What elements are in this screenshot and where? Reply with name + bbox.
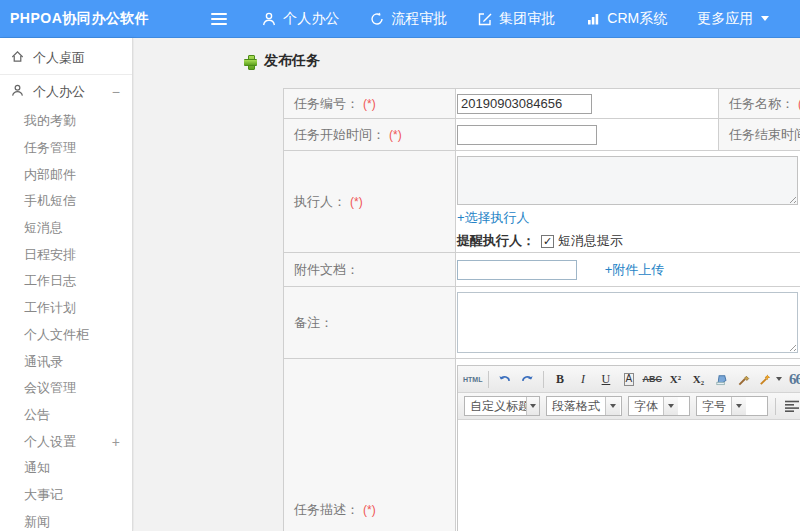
sidebar-item-task-management[interactable]: 任务管理 (0, 135, 132, 162)
description-label: 任务描述： (294, 502, 359, 517)
nav-label: 集团审批 (499, 10, 555, 28)
sms-remind-option: 短消息提示 (558, 232, 623, 250)
remark-textarea[interactable] (457, 292, 798, 353)
caret-down-icon (761, 16, 769, 21)
custom-heading-select[interactable]: 自定义标题 (464, 396, 540, 416)
nav-workflow-approval[interactable]: 流程审批 (369, 10, 447, 28)
editor-toolbar-row2: 自定义标题 段落格式 字体 字号 (458, 393, 800, 420)
sidebar-item-label: 个人办公 (33, 83, 85, 101)
user-icon (261, 11, 277, 27)
table-row: 任务描述：(*) HTML B I (284, 359, 800, 531)
editor-toolbar-row1: HTML B I U A ABC X² (458, 366, 800, 393)
sidebar: 个人桌面 个人办公 − 我的考勤 任务管理 内部邮件 手机短信 短消息 日程安排… (0, 38, 133, 531)
nav-label: CRM系统 (607, 10, 667, 28)
nav-label: 流程审批 (391, 10, 447, 28)
italic-button[interactable]: I (572, 369, 593, 390)
home-icon (10, 49, 25, 67)
caret-down-icon (731, 397, 746, 415)
sidebar-item-file-cabinet[interactable]: 个人文件柜 (0, 322, 132, 349)
table-row: 执行人：(*) +选择执行人 提醒执行人： ✓ 短消息提示 (284, 151, 800, 253)
menu-toggle-icon[interactable] (211, 13, 231, 25)
remark-label: 备注： (294, 315, 333, 330)
nav-label: 个人办公 (283, 10, 339, 28)
chart-icon (585, 11, 601, 27)
attachment-upload-link[interactable]: +附件上传 (605, 262, 665, 277)
sidebar-item-short-message[interactable]: 短消息 (0, 215, 132, 242)
choose-executor-link[interactable]: +选择执行人 (457, 210, 530, 225)
page-header: 发布任务 (244, 52, 320, 70)
font-size-select[interactable]: 字号 (696, 396, 768, 416)
format-brush-button[interactable] (734, 369, 755, 390)
undo-button[interactable] (494, 369, 515, 390)
nav-label: 更多应用 (697, 10, 753, 28)
table-row: 附件文档： +附件上传 (284, 253, 800, 287)
blockquote-button[interactable]: 66 (785, 369, 800, 390)
task-no-label: 任务编号： (294, 96, 359, 111)
eraser-button[interactable] (711, 369, 732, 390)
nav-group-approval[interactable]: 集团审批 (477, 10, 555, 28)
sidebar-item-desktop[interactable]: 个人桌面 (0, 42, 132, 74)
caret-down-icon (526, 397, 539, 415)
html-source-button[interactable]: HTML (462, 369, 483, 390)
end-time-label: 任务结束时间： (729, 127, 800, 142)
main-content: 发布任务 任务编号：(*) 任务名称：(*) 任务开始时间：(*) 任务结束时间… (134, 38, 800, 531)
publish-task-form: 任务编号：(*) 任务名称：(*) 任务开始时间：(*) 任务结束时间：(*) … (283, 88, 800, 531)
attachment-label: 附件文档： (294, 262, 359, 277)
nav-personal-office[interactable]: 个人办公 (261, 10, 339, 28)
underline-button[interactable]: U (595, 369, 616, 390)
executor-label: 执行人： (294, 194, 346, 209)
sidebar-item-meeting[interactable]: 会议管理 (0, 375, 132, 402)
paragraph-format-select[interactable]: 段落格式 (546, 396, 622, 416)
executor-textarea[interactable] (457, 156, 798, 205)
bold-button[interactable]: B (549, 369, 570, 390)
sidebar-item-events[interactable]: 大事记 (0, 482, 132, 509)
subscript-button[interactable]: X₂ (688, 369, 709, 390)
sidebar-item-contacts[interactable]: 通讯录 (0, 348, 132, 375)
user-icon (10, 83, 25, 101)
sidebar-item-announcement[interactable]: 公告 (0, 402, 132, 429)
sidebar-item-personal-office[interactable]: 个人办公 − (0, 76, 132, 108)
sidebar-item-work-log[interactable]: 工作日志 (0, 268, 132, 295)
sidebar-item-news[interactable]: 新闻 (0, 508, 132, 531)
redo-button[interactable] (517, 369, 538, 390)
collapse-icon[interactable]: − (112, 84, 120, 100)
task-name-label: 任务名称： (729, 96, 794, 111)
sidebar-item-notice[interactable]: 通知 (0, 455, 132, 482)
sidebar-item-internal-mail[interactable]: 内部邮件 (0, 161, 132, 188)
remind-label: 提醒执行人： (457, 232, 535, 250)
align-left-button[interactable] (781, 396, 800, 417)
start-time-input[interactable] (457, 125, 597, 145)
sidebar-item-personal-settings[interactable]: 个人设置 + (0, 428, 132, 455)
sms-remind-checkbox[interactable]: ✓ (541, 235, 554, 248)
page-title: 发布任务 (264, 52, 320, 70)
nav-more-apps[interactable]: 更多应用 (697, 10, 769, 28)
topbar: PHPOA协同办公软件 个人办公 流程审批 集团审批 CRM系统 (0, 0, 800, 38)
table-row: 任务编号：(*) 任务名称：(*) (284, 89, 800, 119)
sidebar-item-schedule[interactable]: 日程安排 (0, 241, 132, 268)
start-time-label: 任务开始时间： (294, 127, 385, 142)
editor-content-area[interactable] (458, 420, 800, 531)
task-no-input[interactable] (457, 94, 592, 114)
expand-icon[interactable]: + (112, 434, 120, 450)
attachment-input[interactable] (457, 260, 577, 280)
table-row: 任务开始时间：(*) 任务结束时间：(*) (284, 119, 800, 151)
nav-crm[interactable]: CRM系统 (585, 10, 667, 28)
font-style-button[interactable]: A (618, 369, 639, 390)
add-icon (244, 55, 257, 68)
top-navigation: 个人办公 流程审批 集团审批 CRM系统 更多应用 (261, 10, 799, 28)
sidebar-item-attendance[interactable]: 我的考勤 (0, 108, 132, 135)
app-logo: PHPOA协同办公软件 (10, 10, 149, 28)
divider (0, 74, 132, 75)
superscript-button[interactable]: X² (665, 369, 686, 390)
caret-down-icon (663, 397, 678, 415)
font-family-select[interactable]: 字体 (628, 396, 690, 416)
edit-icon (477, 11, 493, 27)
caret-down-icon (605, 397, 620, 415)
highlight-wand-button[interactable] (757, 369, 783, 390)
rich-text-editor: HTML B I U A ABC X² (457, 365, 800, 531)
sidebar-item-sms[interactable]: 手机短信 (0, 188, 132, 215)
strikethrough-button[interactable]: ABC (641, 369, 663, 390)
sidebar-item-label: 个人桌面 (33, 49, 85, 67)
caret-down-icon (776, 377, 782, 381)
sidebar-item-work-plan[interactable]: 工作计划 (0, 295, 132, 322)
